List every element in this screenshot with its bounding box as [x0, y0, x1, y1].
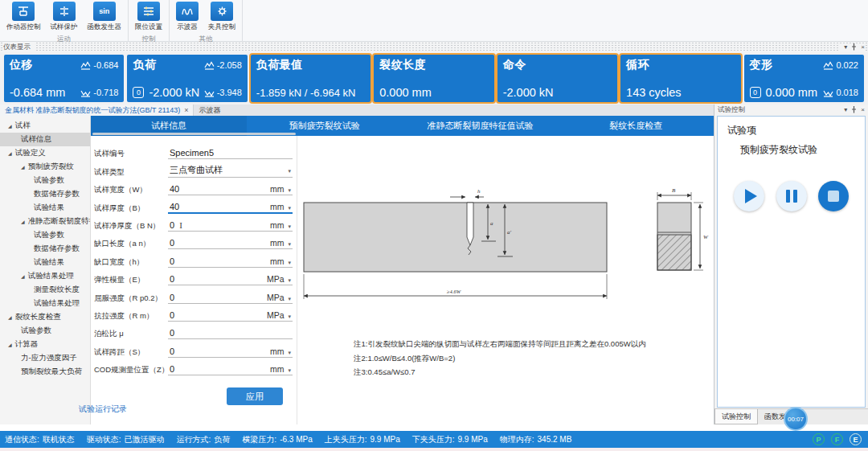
unit-label: mm: [270, 346, 285, 356]
indicator-e-icon[interactable]: E: [850, 433, 862, 445]
specimen-id-field[interactable]: Specimen5: [168, 148, 293, 159]
pin-icon[interactable]: [851, 43, 857, 51]
expander-icon[interactable]: ◢: [21, 164, 25, 170]
test-run-log-link[interactable]: 试验运行记录: [79, 404, 127, 415]
notch-width-field[interactable]: 0mm▾: [168, 256, 293, 268]
gauge-load[interactable]: 负荷 -2.058 0 -2.000 kN -3.948: [127, 55, 247, 102]
ribbon-group-other: 示波器 夹具控制 其他: [170, 0, 243, 41]
tab-scroll-indicator[interactable]: [92, 133, 296, 135]
specimen-protect-button[interactable]: 试样保护: [49, 1, 80, 33]
collapse-icon[interactable]: ▾: [844, 107, 847, 113]
tensile-strength-field[interactable]: 0MPa▾: [168, 310, 293, 322]
zero-tare-button[interactable]: 0: [750, 87, 761, 98]
close-icon[interactable]: ×: [861, 107, 865, 113]
expander-icon[interactable]: ◢: [8, 314, 12, 320]
chevron-down-icon[interactable]: ▾: [288, 296, 291, 302]
tree-item-force-sif[interactable]: 力-应力强度因子: [0, 351, 90, 365]
tree-item-data-storage-params[interactable]: 数据储存参数: [0, 187, 90, 201]
gauge-crack-length[interactable]: 裂纹长度 0.000 mm: [374, 55, 493, 102]
chevron-down-icon[interactable]: ▾: [288, 314, 291, 320]
indicator-f-icon[interactable]: F: [831, 433, 843, 445]
svg-text:≥4.6W: ≥4.6W: [447, 289, 461, 294]
tree-item-test-results[interactable]: 试验结果: [0, 256, 90, 269]
stop-button[interactable]: [818, 181, 849, 211]
limit-settings-button[interactable]: 限位设置: [133, 1, 164, 33]
pin-icon[interactable]: [851, 106, 857, 113]
unit-label: mm: [270, 256, 285, 266]
tree-item-quasistatic-toughness[interactable]: ◢准静态断裂韧度特征值: [0, 215, 90, 228]
specimen-type-select[interactable]: 三点弯曲试样▾: [168, 164, 293, 178]
tree-item-calculator[interactable]: ◢计算器: [0, 338, 90, 351]
close-tab-icon[interactable]: ×: [184, 106, 188, 114]
field-label: 试样宽度（W）: [94, 185, 168, 195]
gauge-load-extremes[interactable]: 负荷最值 -1.859 kN / -6.964 kN: [251, 55, 371, 102]
notch-length-field[interactable]: 0mm▾: [168, 238, 293, 249]
field-label: 屈服强度（R p0.2）: [94, 293, 168, 304]
tab-quasistatic-test[interactable]: 准静态断裂韧度特征值试验: [403, 116, 559, 136]
gauge-deformation[interactable]: 变形 0.022 0 0.000 mm 0.018: [744, 55, 864, 102]
gauge-cycles[interactable]: 循环 143 cycles: [620, 55, 740, 102]
close-icon[interactable]: ×: [861, 44, 865, 51]
tree-item-measure-crack-length[interactable]: 测量裂纹长度: [0, 283, 90, 297]
chevron-down-icon[interactable]: ▾: [288, 168, 291, 174]
zero-tare-button[interactable]: 0: [133, 87, 144, 98]
tree-item-test-definition[interactable]: ◢试验定义: [0, 146, 90, 160]
chevron-down-icon[interactable]: ▾: [288, 223, 291, 230]
chevron-down-icon[interactable]: ▾: [288, 241, 291, 248]
cod-gauge-position-field[interactable]: 0mm▾: [168, 364, 293, 375]
tree-item-result-processing[interactable]: ◢试验结果处理: [0, 269, 90, 283]
tree-item-specimen-info[interactable]: 试样信息: [0, 133, 90, 146]
chevron-down-icon[interactable]: ▾: [288, 367, 291, 374]
tree-item-test-params[interactable]: 试验参数: [0, 174, 90, 187]
chevron-down-icon[interactable]: ▾: [288, 205, 291, 211]
function-generator-button[interactable]: sin 函数发生器: [86, 1, 124, 33]
unit-label: mm: [270, 202, 285, 211]
tree-item-precrack[interactable]: ◢预制疲劳裂纹: [0, 160, 90, 174]
tree-item-result-processing-child[interactable]: 试验结果处理: [0, 297, 90, 310]
tree-item-specimen[interactable]: ◢试样: [0, 119, 90, 133]
chevron-down-icon[interactable]: ▾: [288, 260, 291, 266]
actuator-control-button[interactable]: 作动器控制: [5, 1, 43, 33]
indicator-p-icon[interactable]: P: [813, 433, 825, 445]
start-button[interactable]: [734, 181, 764, 211]
svg-text:a': a': [507, 229, 512, 236]
expander-icon[interactable]: ◢: [8, 150, 12, 156]
tree-item-test-params[interactable]: 试验参数: [0, 228, 90, 242]
expander-icon[interactable]: ◢: [21, 273, 25, 279]
oscilloscope-button[interactable]: 示波器: [174, 1, 200, 33]
ribbon-group-motion: 作动器控制 试样保护 sin 函数发生器 运动: [0, 0, 129, 41]
tab-test-control[interactable]: 试验控制: [714, 409, 758, 424]
tree-item-test-params[interactable]: 试验参数: [0, 324, 90, 338]
span-field[interactable]: 0mm▾: [168, 346, 293, 358]
unit-label: MPa: [267, 274, 285, 284]
expander-icon[interactable]: ◢: [8, 123, 12, 129]
gauge-command[interactable]: 命令 -2.000 kN: [497, 55, 617, 102]
tree-item-crack-length-check[interactable]: ◢裂纹长度检查: [0, 310, 90, 324]
tree-item-data-storage-params[interactable]: 数据储存参数: [0, 242, 90, 256]
specimen-thickness-field[interactable]: 40mm▾: [168, 202, 293, 214]
elastic-modulus-field[interactable]: 0MPa▾: [168, 274, 293, 285]
tree-item-precrack-max-load[interactable]: 预制裂纹最大负荷: [0, 365, 90, 379]
collapse-icon[interactable]: ▾: [844, 44, 847, 51]
gauge-displacement[interactable]: 位移 -0.684 -0.684 mm -0.718: [4, 55, 124, 102]
expander-icon[interactable]: ◢: [8, 342, 12, 347]
tool-label: 示波器: [177, 23, 198, 32]
status-beam-pressure: 横梁压力:-6.3 MPa: [242, 434, 312, 445]
yield-strength-field[interactable]: 0MPa▾: [168, 293, 293, 304]
gauge-name: 循环: [626, 58, 649, 72]
gauge-value: 0.000 mm: [379, 86, 431, 99]
tree-item-test-results[interactable]: 试验结果: [0, 201, 90, 215]
chevron-down-icon[interactable]: ▾: [288, 187, 291, 194]
expander-icon[interactable]: ◢: [21, 219, 25, 224]
apply-button[interactable]: 应用: [227, 387, 283, 405]
fixture-control-button[interactable]: 夹具控制: [207, 1, 237, 33]
chevron-down-icon[interactable]: ▾: [288, 277, 291, 284]
doc-tab-gbt21143[interactable]: 金属材料 准静态断裂韧度的统一试验方法(GB/T 21143) ×: [0, 105, 194, 116]
tab-crack-length-check[interactable]: 裂纹长度检查: [558, 116, 714, 136]
specimen-width-field[interactable]: 40mm▾: [168, 184, 293, 195]
chevron-down-icon[interactable]: ▾: [288, 350, 291, 356]
doc-tab-oscilloscope[interactable]: 示波器: [194, 105, 225, 116]
poisson-ratio-field[interactable]: 0: [168, 328, 293, 339]
pause-button[interactable]: [776, 181, 807, 211]
net-thickness-field[interactable]: 0Imm▾: [168, 220, 293, 232]
